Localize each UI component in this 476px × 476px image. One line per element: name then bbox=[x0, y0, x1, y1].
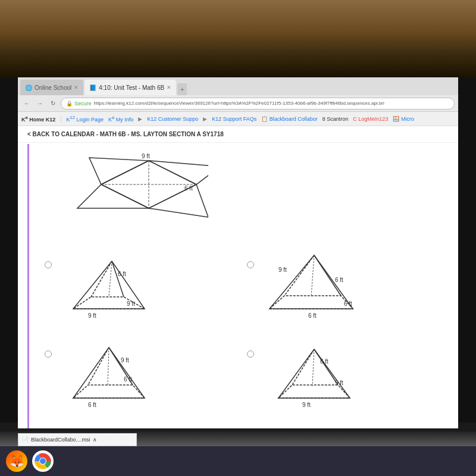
svg-text:6 ft: 6 ft bbox=[344, 300, 352, 307]
svg-line-36 bbox=[312, 349, 314, 386]
download-bar: 📄 BlackboardCollabo....msi ∧ bbox=[18, 433, 137, 446]
tab-close-2[interactable]: ✕ bbox=[167, 84, 171, 90]
tab-close-1[interactable]: ✕ bbox=[74, 84, 79, 90]
svg-text:6 ft: 6 ft bbox=[335, 277, 343, 283]
svg-text:9 ft: 9 ft bbox=[121, 357, 129, 364]
svg-line-19 bbox=[311, 255, 314, 297]
net-label-6ft: 6 ft bbox=[184, 185, 193, 192]
url-bar[interactable]: 🔒 Secure https://learning.k12.com/d2l/le… bbox=[61, 98, 455, 109]
svg-marker-2 bbox=[149, 184, 208, 217]
page-content: < BACK TO CALENDAR - MATH 6B - MS. LAYTO… bbox=[18, 126, 458, 428]
back-button[interactable]: ← bbox=[21, 98, 32, 109]
svg-line-11 bbox=[109, 261, 112, 297]
svg-text:9 ft: 9 ft bbox=[278, 267, 287, 273]
bookmark-home[interactable]: Ka Home K12 bbox=[21, 115, 55, 123]
pyramid-svg-d: 6 ft 9 ft 9 ft bbox=[258, 333, 365, 410]
address-bar: ← → ↻ 🔒 Secure https://learning.k12.com/… bbox=[18, 95, 458, 112]
bookmark-scantron[interactable]: 8 Scantron bbox=[322, 116, 349, 122]
svg-point-42 bbox=[40, 458, 46, 464]
tab-label-1: Online School bbox=[35, 84, 71, 91]
svg-marker-33 bbox=[278, 385, 350, 398]
forward-button[interactable]: → bbox=[35, 98, 45, 109]
bookmark-blackboard[interactable]: 📋 Blackboard Collabor bbox=[261, 116, 318, 122]
download-label: BlackboardCollabo....msi bbox=[31, 437, 90, 443]
radio-b[interactable] bbox=[247, 261, 254, 268]
tab-bar: 🌐 Online School ✕ 📘 4:10: Unit Test - Ma… bbox=[18, 77, 458, 95]
svg-text:9 ft: 9 ft bbox=[335, 380, 343, 386]
svg-text:6 ft: 6 ft bbox=[308, 312, 317, 319]
svg-marker-4 bbox=[89, 158, 149, 184]
net-diagram: 9 ft 6 ft bbox=[54, 149, 440, 228]
tab-icon-2: 📘 bbox=[89, 84, 96, 91]
content-area: 9 ft 6 ft bbox=[18, 143, 458, 419]
svg-text:9 ft: 9 ft bbox=[127, 300, 135, 307]
bookmarks-bar: Ka Home K12 | K12 Login Page Ka My Info … bbox=[18, 112, 458, 126]
back-link-text: < BACK TO CALENDAR - MATH 6B - MS. LAYTO… bbox=[27, 131, 224, 137]
svg-marker-32 bbox=[278, 349, 350, 398]
bookmark-faqs[interactable]: K12 Support FAQs bbox=[212, 116, 256, 122]
svg-line-28 bbox=[108, 347, 109, 385]
lock-icon: 🔒 bbox=[66, 101, 73, 107]
laptop-top-bezel bbox=[0, 0, 476, 77]
svg-text:9 ft: 9 ft bbox=[302, 402, 311, 408]
pyramid-svg-c: 9 ft 6 ft 6 ft bbox=[55, 333, 162, 410]
download-icon: 📄 bbox=[22, 437, 29, 443]
download-arrow: ∧ bbox=[93, 437, 97, 443]
laptop-right-bezel bbox=[458, 77, 476, 422]
bookmark-logmein[interactable]: C LogMeIn123 bbox=[353, 116, 388, 122]
url-text: https://learning.k12.com/d2l/le/sequence… bbox=[94, 101, 384, 106]
svg-marker-3 bbox=[149, 161, 208, 184]
taskbar: 🦊 bbox=[0, 446, 476, 476]
refresh-button[interactable]: ↻ bbox=[48, 98, 58, 109]
bookmark-myinfo[interactable]: Ka My Info bbox=[108, 115, 133, 123]
svg-text:6 ft: 6 ft bbox=[320, 358, 328, 365]
radio-d[interactable] bbox=[247, 350, 254, 358]
svg-line-10 bbox=[112, 261, 124, 297]
new-tab-button[interactable]: + bbox=[177, 83, 187, 95]
svg-marker-1 bbox=[77, 184, 149, 208]
tab-unit-test[interactable]: 📘 4:10: Unit Test - Math 6B ✕ bbox=[84, 80, 176, 95]
svg-line-26 bbox=[88, 347, 109, 385]
svg-line-9 bbox=[91, 261, 112, 297]
secure-label: Secure bbox=[74, 101, 92, 107]
svg-line-17 bbox=[284, 255, 314, 296]
pyramid-option-a: 6 ft 9 ft 9 ft bbox=[42, 240, 238, 324]
bookmark-login[interactable]: K12 Login Page bbox=[67, 115, 104, 123]
svg-line-34 bbox=[292, 349, 314, 385]
net-svg: 9 ft 6 ft bbox=[54, 149, 208, 226]
browser-window: 🌐 Online School ✕ 📘 4:10: Unit Test - Ma… bbox=[18, 77, 458, 428]
svg-line-18 bbox=[314, 255, 341, 296]
chrome-taskbar-icon[interactable] bbox=[32, 450, 54, 472]
radio-c[interactable] bbox=[45, 350, 52, 358]
back-to-calendar[interactable]: < BACK TO CALENDAR - MATH 6B - MS. LAYTO… bbox=[18, 126, 458, 143]
svg-text:6 ft: 6 ft bbox=[124, 376, 132, 383]
bookmark-micro[interactable]: 🪟 Micro bbox=[393, 116, 414, 122]
pyramid-option-b: 9 ft 6 ft 6 ft 6 ft bbox=[244, 240, 440, 324]
svg-marker-16 bbox=[270, 296, 353, 309]
firefox-taskbar-icon[interactable]: 🦊 bbox=[6, 450, 27, 472]
tab-icon-1: 🌐 bbox=[25, 84, 32, 91]
radio-a[interactable] bbox=[45, 261, 52, 268]
pyramid-option-d: 6 ft 9 ft 9 ft bbox=[244, 330, 440, 413]
bookmark-support[interactable]: K12 Customer Suppo bbox=[147, 116, 198, 122]
svg-marker-25 bbox=[73, 385, 145, 398]
tab-label-2: 4:10: Unit Test - Math 6B bbox=[99, 84, 164, 91]
svg-line-35 bbox=[314, 349, 338, 385]
net-label-9ft: 9 ft bbox=[142, 153, 150, 159]
svg-text:9 ft: 9 ft bbox=[88, 312, 96, 319]
pyramid-svg-a: 6 ft 9 ft 9 ft bbox=[55, 243, 162, 321]
pyramid-options-grid: 6 ft 9 ft 9 ft bbox=[42, 240, 440, 413]
pyramid-option-c: 9 ft 6 ft 6 ft bbox=[42, 330, 238, 413]
tab-online-school[interactable]: 🌐 Online School ✕ bbox=[20, 80, 83, 95]
svg-text:6 ft: 6 ft bbox=[88, 402, 96, 408]
pyramid-svg-b: 9 ft 6 ft 6 ft 6 ft bbox=[258, 243, 365, 321]
svg-text:6 ft: 6 ft bbox=[118, 271, 126, 277]
laptop-left-bezel bbox=[0, 77, 18, 422]
